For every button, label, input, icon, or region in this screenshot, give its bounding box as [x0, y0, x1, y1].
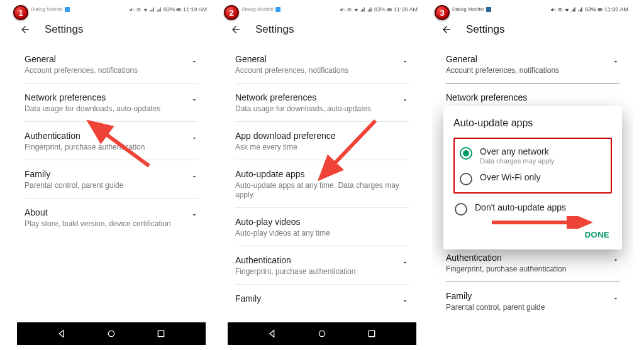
chevron-down-icon [401, 58, 409, 65]
section-title: General [446, 54, 606, 64]
section-subtitle: Account preferences, notifications [25, 66, 184, 75]
section-family[interactable]: Family Parental control, parent guide [446, 282, 619, 320]
svg-rect-3 [177, 9, 180, 10]
svg-rect-15 [369, 331, 374, 336]
mute-icon [340, 7, 345, 13]
section-title: App download preference [235, 131, 409, 141]
carrier-icon [275, 7, 280, 12]
section-auth[interactable]: Authentication Fingerprint, purchase aut… [235, 246, 409, 285]
section-about[interactable]: About Play store, build version, device … [25, 199, 198, 236]
section-subtitle: Account preferences, notifications [446, 66, 606, 75]
section-subtitle: Fingerprint, purchase authentication [446, 265, 606, 274]
nav-recent-icon[interactable] [156, 329, 166, 339]
section-general[interactable]: General Account preferences, notificatio… [235, 45, 409, 84]
section-title: Family [446, 291, 606, 301]
section-subtitle: Parental control, parent guide [25, 181, 184, 190]
chevron-down-icon [612, 295, 619, 302]
section-network[interactable]: Network preferences Data usage for downl… [235, 84, 409, 122]
svg-rect-11 [387, 9, 391, 10]
eye-icon [557, 7, 563, 13]
phone-screen-2: 2 Dialog Mobitel 83% 11:20 AM Settings G… [221, 3, 423, 345]
section-title: Network preferences [235, 92, 395, 102]
section-subtitle: Play store, build version, device certif… [25, 219, 184, 229]
section-subtitle: Parental control, parent guide [446, 303, 606, 312]
signal-icon [157, 7, 162, 13]
section-auto-update[interactable]: Auto-update apps Auto-update apps at any… [235, 160, 409, 208]
section-family[interactable]: Family [235, 285, 409, 313]
chevron-down-icon [191, 173, 198, 180]
clock: 11:20 AM [604, 6, 628, 13]
section-family[interactable]: Family Parental control, parent guide [25, 160, 198, 199]
phone-screen-1: 1 Dialog Mobitel 83% 11:19 AM Settings G… [11, 3, 212, 345]
nav-recent-icon[interactable] [367, 329, 377, 339]
back-icon[interactable] [230, 24, 242, 35]
android-navbar [17, 322, 206, 345]
section-subtitle: Data usage for downloads, auto-updates [25, 104, 184, 114]
chevron-up-icon [401, 96, 409, 104]
radio-option-dont-update[interactable]: Don't auto-update apps [453, 199, 612, 219]
svg-rect-18 [598, 8, 602, 11]
section-title: Authentication [446, 253, 606, 263]
section-subtitle: Auto-play videos at any time [235, 229, 409, 238]
step-badge: 2 [224, 5, 239, 20]
battery-icon [387, 7, 392, 13]
section-title: Family [25, 169, 184, 179]
svg-line-16 [554, 8, 555, 11]
section-subtitle: Ask me every time [235, 143, 409, 152]
svg-point-17 [559, 9, 560, 10]
page-title: Settings [45, 23, 83, 36]
status-bar: Dialog Mobitel 83% 11:19 AM [11, 3, 212, 16]
radio-label: Over any network [480, 146, 555, 156]
carrier-icon [65, 7, 70, 12]
section-auth[interactable]: Authentication Fingerprint, purchase aut… [446, 244, 619, 282]
nav-home-icon[interactable] [317, 329, 327, 339]
nav-back-icon[interactable] [267, 329, 277, 339]
section-title: Authentication [235, 255, 395, 265]
svg-rect-19 [598, 9, 601, 10]
wifi-icon [353, 7, 359, 13]
chevron-down-icon [401, 297, 409, 305]
page-title: Settings [466, 23, 504, 36]
back-icon[interactable] [19, 24, 31, 35]
section-download-pref[interactable]: App download preference Ask me every tim… [235, 122, 409, 160]
dialog-title: Auto-update apps [453, 118, 612, 129]
section-title: General [25, 54, 184, 64]
svg-line-8 [343, 8, 345, 11]
svg-point-6 [108, 331, 114, 336]
section-network[interactable]: Network preferences Data usage for downl… [25, 84, 198, 122]
chevron-down-icon [612, 58, 619, 65]
signal-icon [367, 7, 373, 13]
section-general[interactable]: General Account preferences, notificatio… [25, 45, 198, 84]
carrier-label: Dialog Mobitel [452, 7, 484, 12]
nav-home-icon[interactable] [106, 329, 116, 339]
radio-label: Don't auto-update apps [475, 202, 566, 212]
settings-list: General Account preferences, notificatio… [221, 43, 423, 313]
signal-icon [360, 7, 366, 13]
signal-icon [571, 7, 577, 13]
section-subtitle: Fingerprint, purchase authentication [235, 267, 395, 276]
auto-update-dialog: Auto-update apps Over any network Data c… [443, 106, 622, 249]
nav-back-icon[interactable] [57, 329, 67, 339]
radio-option-any-network[interactable]: Over any network Data charges may apply [458, 143, 607, 168]
back-icon[interactable] [441, 24, 452, 35]
section-auth[interactable]: Authentication Fingerprint, purchase aut… [25, 122, 198, 160]
done-button[interactable]: DONE [582, 226, 612, 243]
battery-percent: 83% [374, 6, 386, 13]
section-title: Authentication [25, 131, 184, 141]
status-bar: Dialog Mobitel 83% 11:20 AM [221, 3, 423, 16]
section-auto-play[interactable]: Auto-play videos Auto-play videos at any… [235, 208, 409, 246]
radio-option-wifi-only[interactable]: Over Wi-Fi only [458, 168, 607, 189]
section-general[interactable]: General Account preferences, notificatio… [446, 45, 619, 84]
signal-icon [150, 7, 155, 13]
mute-icon [129, 7, 135, 13]
radio-icon[interactable] [460, 173, 472, 185]
svg-rect-4 [180, 9, 181, 10]
chevron-down-icon [191, 134, 198, 142]
wifi-icon [564, 7, 570, 13]
chevron-down-icon [612, 256, 619, 264]
section-title: Auto-update apps [235, 169, 409, 179]
radio-icon[interactable] [460, 147, 472, 160]
annotation-highlight: Over any network Data charges may apply … [453, 138, 612, 194]
radio-icon[interactable] [455, 203, 467, 216]
svg-point-14 [319, 331, 325, 336]
